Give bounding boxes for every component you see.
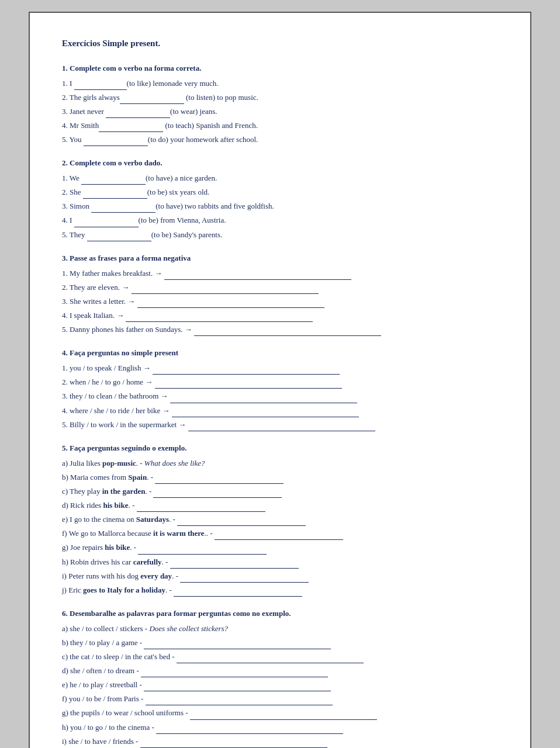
s5-blankj[interactable] <box>174 588 302 597</box>
s5-lineg: g) Joe repairs his bike. - <box>62 541 498 554</box>
s1-blank3[interactable] <box>106 110 170 118</box>
section-4-heading: 4. Faça perguntas no simple present <box>62 347 498 359</box>
s6-lineb: b) they / to play / a game - <box>62 636 498 649</box>
s5-blankb[interactable] <box>155 476 284 484</box>
s4-line4: 4. where / she / to ride / her bike → <box>62 404 498 417</box>
s3-blank5[interactable] <box>194 328 381 336</box>
s5-lineh: h) Robin drives his car carefully. - <box>62 556 498 569</box>
s3-line4: 4. I speak Italian. → <box>62 309 498 322</box>
s3-line5: 5. Danny phones his father on Sundays. → <box>62 323 498 336</box>
s5-linef: f) We go to Mallorca because it is warm … <box>62 527 498 540</box>
s5-blanki[interactable] <box>180 574 309 583</box>
s1-line2: 2. The girls always (to listen) to pop m… <box>62 91 498 104</box>
section-3-heading: 3. Passe as frases para a forma negativa <box>62 252 498 265</box>
s6-blankg[interactable] <box>190 712 377 720</box>
section-2: 2. Complete com o verbo dado. 1. We (to … <box>62 157 498 241</box>
s1-blank4[interactable] <box>99 124 163 132</box>
s2-blank2[interactable] <box>83 191 147 199</box>
section-4: 4. Faça perguntas no simple present 1. y… <box>62 347 498 431</box>
s5-lined: d) Rick rides his bike. - <box>62 499 498 512</box>
s6-blankc[interactable] <box>177 655 364 663</box>
section-6-heading: 6. Desembaralhe as palavras para formar … <box>62 607 498 620</box>
section-5: 5. Faça perguntas seguindo o exemplo. a)… <box>62 442 498 597</box>
s5-blankf[interactable] <box>215 532 343 540</box>
s1-blank2[interactable] <box>120 96 184 104</box>
s6-linei: i) she / to have / friends - <box>62 735 498 748</box>
s6-lineg: g) the pupils / to wear / school uniform… <box>62 707 498 719</box>
section-2-heading: 2. Complete com o verbo dado. <box>62 157 498 169</box>
s4-line3: 3. they / to clean / the bathroom → <box>62 390 498 403</box>
s1-line3: 3. Janet never (to wear) jeans. <box>62 105 498 118</box>
s6-linef: f) you / to be / from Paris - <box>62 692 498 705</box>
section-1-heading: 1. Complete com o verbo na forma correta… <box>62 62 498 75</box>
s6-blanki[interactable] <box>140 740 327 748</box>
section-1: 1. Complete com o verbo na forma correta… <box>62 62 498 147</box>
s4-blank1[interactable] <box>153 366 340 375</box>
s6-lineh: h) you / to go / to the cinema - <box>62 721 498 734</box>
s2-blank4[interactable] <box>74 219 139 227</box>
s4-line2: 2. when / he / to go / home → <box>62 376 498 389</box>
s5-linee: e) I go to the cinema on Saturdays. - <box>62 513 498 526</box>
s3-blank2[interactable] <box>132 286 319 294</box>
s5-linei: i) Peter runs with his dog every day. - <box>62 570 498 583</box>
s5-lineb: b) Maria comes from Spain. - <box>62 471 498 484</box>
s4-blank5[interactable] <box>188 423 375 431</box>
section-3: 3. Passe as frases para a forma negativa… <box>62 252 498 337</box>
s6-lined: d) she / often / to dream - <box>62 664 498 677</box>
s1-line1: 1. I (to like) lemonade very much. <box>62 77 498 90</box>
s5-example: a) Julia likes pop-music. - What does sh… <box>62 457 498 470</box>
s1-line4: 4. Mr Smith (to teach) Spanish and Frenc… <box>62 119 498 132</box>
s6-example: a) she / to collect / stickers - Does sh… <box>62 622 498 635</box>
s6-linee: e) he / to play / streetball - <box>62 678 498 691</box>
s6-blankh[interactable] <box>156 726 343 734</box>
s3-blank4[interactable] <box>126 314 313 322</box>
s1-line5: 5. You (to do) your homework after schoo… <box>62 133 498 146</box>
s6-blankf[interactable] <box>146 697 333 705</box>
s5-blankc[interactable] <box>153 490 282 498</box>
s2-line3: 3. Simon (to have) two rabbits and five … <box>62 200 498 213</box>
s6-blankb[interactable] <box>144 641 331 649</box>
page-title: Exercícios Simple present. <box>62 36 498 51</box>
s3-blank1[interactable] <box>164 272 351 280</box>
s3-line2: 2. They are eleven. → <box>62 281 498 294</box>
s4-blank2[interactable] <box>155 380 342 389</box>
s5-blankd[interactable] <box>137 504 265 512</box>
worksheet-page: Exercícios Simple present. 1. Complete c… <box>29 12 531 748</box>
s3-line1: 1. My father makes breakfast. → <box>62 267 498 280</box>
s2-line5: 5. They (to be) Sandy's parents. <box>62 228 498 241</box>
s4-line5: 5. Billy / to work / in the supermarket … <box>62 418 498 431</box>
s1-blank1[interactable] <box>74 82 127 90</box>
s3-blank3[interactable] <box>137 300 324 308</box>
s4-blank4[interactable] <box>172 409 359 417</box>
s5-blankg[interactable] <box>138 546 267 555</box>
s2-blank3[interactable] <box>91 205 155 213</box>
s5-linej: j) Eric goes to Italy for a holiday. - <box>62 584 498 597</box>
s2-blank5[interactable] <box>87 233 151 241</box>
s6-blanke[interactable] <box>144 683 331 691</box>
s1-blank5[interactable] <box>84 138 148 146</box>
s5-linec: c) They play in the garden. - <box>62 485 498 498</box>
s5-blanke[interactable] <box>177 518 306 526</box>
s2-line4: 4. I (to be) from Vienna, Austria. <box>62 214 498 227</box>
s6-blankd[interactable] <box>141 669 328 677</box>
s3-line3: 3. She writes a letter. → <box>62 295 498 308</box>
section-5-heading: 5. Faça perguntas seguindo o exemplo. <box>62 442 498 455</box>
s4-blank3[interactable] <box>170 395 357 403</box>
s5-blankh[interactable] <box>170 560 299 569</box>
s2-line1: 1. We (to have) a nice garden. <box>62 172 498 185</box>
s6-linec: c) the cat / to sleep / in the cat's bed… <box>62 650 498 663</box>
s2-line2: 2. She (to be) six years old. <box>62 186 498 199</box>
s2-blank1[interactable] <box>81 176 146 185</box>
section-6: 6. Desembaralhe as palavras para formar … <box>62 607 498 748</box>
s4-line1: 1. you / to speak / English → <box>62 362 498 375</box>
